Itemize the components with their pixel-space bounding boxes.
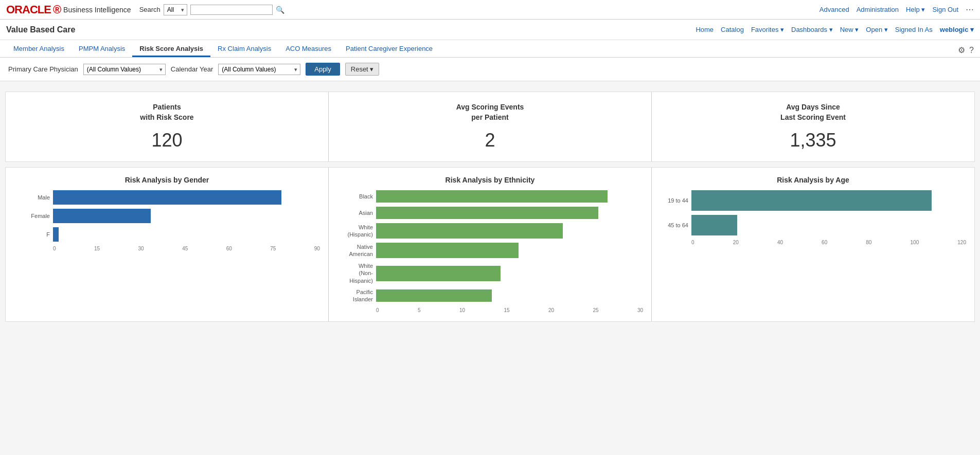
- bar-container-pacific-islander: [376, 289, 643, 302]
- bar-container-female: [53, 209, 320, 223]
- settings-icon[interactable]: ⚙: [958, 45, 965, 55]
- chart-gender-title: Risk Analysis by Gender: [14, 176, 320, 184]
- search-scope-select[interactable]: All: [164, 4, 187, 15]
- kpi-scoring-value: 2: [339, 130, 641, 151]
- bar-label-f: F: [14, 231, 50, 238]
- axis-60: 60: [226, 246, 232, 251]
- bar-label-pacific-islander: Pacific Islander: [337, 288, 373, 303]
- bar-container-white-hispanic: [376, 223, 643, 239]
- top-navigation: ORACLE ® Business Intelligence Search Al…: [0, 0, 980, 20]
- new-link[interactable]: New ▾: [840, 26, 859, 33]
- axis-age-40: 40: [777, 240, 783, 245]
- axis-eth-10: 10: [459, 307, 465, 313]
- pcp-filter-select[interactable]: (All Column Values): [83, 64, 166, 75]
- axis-eth-30: 30: [637, 307, 643, 313]
- bar-label-19-44: 19 to 44: [660, 197, 688, 204]
- charts-row: Risk Analysis by Gender Male Female: [5, 167, 975, 321]
- axis-eth-5: 5: [418, 307, 421, 313]
- chart-ethnicity: Risk Analysis by Ethnicity Black Asian W…: [329, 168, 652, 321]
- bar-container-f: [53, 227, 320, 242]
- options-icon[interactable]: ⋯: [966, 5, 974, 14]
- top-nav-right: Advanced Administration Help ▾ Sign Out …: [819, 5, 974, 14]
- bi-brand: Business Intelligence: [63, 6, 131, 14]
- favorites-link[interactable]: Favorites ▾: [751, 26, 784, 33]
- oracle-logo: ORACLE ® Business Intelligence: [6, 3, 131, 16]
- search-scope-wrap[interactable]: All: [164, 4, 187, 15]
- main-content: Patientswith Risk Score 120 Avg Scoring …: [0, 81, 980, 332]
- help-link[interactable]: Help ▾: [906, 6, 925, 13]
- tab-rx-claim-analysis[interactable]: Rx Claim Analysis: [210, 42, 278, 57]
- bar-label-asian: Asian: [337, 209, 373, 216]
- tab-patient-caregiver[interactable]: Patient Caregiver Experience: [338, 42, 440, 57]
- bar-container-19-44: [691, 190, 966, 211]
- oracle-brand: ORACLE: [6, 3, 51, 16]
- bar-row-female: Female: [14, 209, 320, 223]
- cy-filter-wrap[interactable]: (All Column Values): [218, 64, 300, 75]
- reset-button[interactable]: Reset ▾: [345, 63, 380, 76]
- bar-row-pacific-islander: Pacific Islander: [337, 288, 643, 303]
- kpi-scoring-title: Avg Scoring Eventsper Patient: [339, 102, 641, 122]
- bar-label-45-64: 45 to 64: [660, 222, 688, 229]
- bar-container-black: [376, 190, 643, 203]
- administration-link[interactable]: Administration: [857, 6, 899, 13]
- kpi-days-title: Avg Days SinceLast Scoring Event: [662, 102, 964, 122]
- catalog-link[interactable]: Catalog: [721, 26, 744, 33]
- search-button[interactable]: 🔍: [276, 6, 284, 14]
- tab-member-analysis[interactable]: Member Analysis: [6, 42, 72, 57]
- axis-15: 15: [94, 246, 100, 251]
- tab-aco-measures[interactable]: ACO Measures: [278, 42, 338, 57]
- axis-75: 75: [270, 246, 276, 251]
- bar-label-female: Female: [14, 212, 50, 220]
- chart-age: Risk Analysis by Age 19 to 44 45 to 64 0: [652, 168, 974, 321]
- axis-age-20: 20: [733, 240, 739, 245]
- chart-ethnicity-title: Risk Analysis by Ethnicity: [337, 176, 643, 184]
- axis-eth-25: 25: [593, 307, 598, 313]
- filter-row: Primary Care Physician (All Column Value…: [0, 58, 980, 81]
- search-area: Search All 🔍: [139, 4, 284, 15]
- bar-container-asian: [376, 207, 643, 219]
- help-icon[interactable]: ?: [969, 46, 974, 55]
- signout-link[interactable]: Sign Out: [932, 6, 958, 13]
- app-title: Value Based Care: [6, 25, 75, 34]
- axis-age-100: 100: [911, 240, 919, 245]
- chart-gender-axis: 0 15 30 45 60 75 90: [53, 246, 320, 251]
- open-link[interactable]: Open ▾: [866, 26, 887, 33]
- advanced-link[interactable]: Advanced: [819, 6, 849, 13]
- apply-button[interactable]: Apply: [306, 63, 340, 76]
- bar-container-native-american: [376, 243, 643, 258]
- dashboards-link[interactable]: Dashboards ▾: [791, 26, 833, 33]
- tab-pmpm-analysis[interactable]: PMPM Analysis: [72, 42, 132, 57]
- kpi-patients-risk-score: Patientswith Risk Score 120: [6, 92, 329, 161]
- kpi-avg-days-since: Avg Days SinceLast Scoring Event 1,335: [652, 92, 974, 161]
- axis-45: 45: [182, 246, 188, 251]
- kpi-row: Patientswith Risk Score 120 Avg Scoring …: [5, 92, 975, 162]
- tab-list: Member Analysis PMPM Analysis Risk Score…: [6, 42, 440, 57]
- axis-eth-20: 20: [548, 307, 554, 313]
- pcp-filter-wrap[interactable]: (All Column Values): [83, 64, 166, 75]
- home-link[interactable]: Home: [696, 26, 714, 33]
- bar-row-asian: Asian: [337, 207, 643, 219]
- tab-risk-score-analysis[interactable]: Risk Score Analysis: [132, 42, 210, 57]
- axis-age-0: 0: [691, 240, 694, 245]
- cy-filter-label: Calendar Year: [171, 65, 213, 73]
- search-label: Search: [139, 6, 161, 13]
- axis-age-80: 80: [866, 240, 871, 245]
- kpi-patients-value: 120: [16, 130, 318, 151]
- bar-label-male: Male: [14, 194, 50, 201]
- bar-row-f: F: [14, 227, 320, 242]
- bar-row-45-64: 45 to 64: [660, 215, 966, 235]
- chart-age-axis: 0 20 40 60 80 100 120: [691, 240, 966, 245]
- signedin-label: Signed In As: [895, 26, 933, 33]
- search-input[interactable]: [190, 5, 273, 15]
- username-link[interactable]: weblogic ▾: [940, 26, 974, 33]
- bar-row-white-nonhispanic: White(Non-Hispanic): [337, 262, 643, 284]
- bar-row-19-44: 19 to 44: [660, 190, 966, 211]
- tabs-row: Member Analysis PMPM Analysis Risk Score…: [0, 40, 980, 58]
- bar-label-native-american: NativeAmerican: [337, 243, 373, 258]
- bar-label-black: Black: [337, 193, 373, 200]
- top-nav-left: ORACLE ® Business Intelligence Search Al…: [6, 3, 284, 16]
- cy-filter-select[interactable]: (All Column Values): [218, 64, 300, 75]
- pcp-filter-label: Primary Care Physician: [8, 65, 78, 73]
- axis-age-60: 60: [822, 240, 827, 245]
- chart-gender: Risk Analysis by Gender Male Female: [6, 168, 329, 321]
